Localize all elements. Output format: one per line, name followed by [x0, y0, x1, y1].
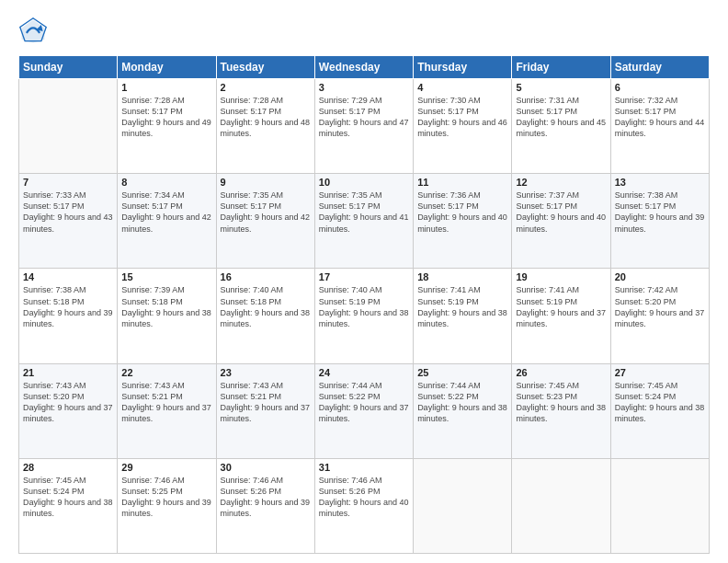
calendar-cell: 29Sunrise: 7:46 AM Sunset: 5:25 PM Dayli…	[118, 458, 216, 553]
day-info: Sunrise: 7:46 AM Sunset: 5:26 PM Dayligh…	[221, 475, 311, 520]
day-number: 9	[221, 177, 311, 188]
day-info: Sunrise: 7:44 AM Sunset: 5:22 PM Dayligh…	[417, 380, 507, 425]
day-number: 24	[319, 367, 409, 378]
day-info: Sunrise: 7:34 AM Sunset: 5:17 PM Dayligh…	[121, 190, 211, 235]
day-info: Sunrise: 7:37 AM Sunset: 5:17 PM Dayligh…	[516, 190, 606, 235]
week-row-5: 28Sunrise: 7:45 AM Sunset: 5:24 PM Dayli…	[19, 458, 710, 553]
day-number: 31	[319, 462, 409, 473]
calendar-cell: 14Sunrise: 7:38 AM Sunset: 5:18 PM Dayli…	[19, 269, 118, 363]
day-info: Sunrise: 7:44 AM Sunset: 5:22 PM Dayligh…	[319, 380, 409, 425]
day-info: Sunrise: 7:41 AM Sunset: 5:19 PM Dayligh…	[417, 284, 507, 329]
calendar-cell: 17Sunrise: 7:40 AM Sunset: 5:19 PM Dayli…	[314, 269, 413, 363]
day-info: Sunrise: 7:30 AM Sunset: 5:17 PM Dayligh…	[417, 95, 507, 140]
day-info: Sunrise: 7:43 AM Sunset: 5:21 PM Dayligh…	[121, 380, 211, 425]
calendar-cell: 6Sunrise: 7:32 AM Sunset: 5:17 PM Daylig…	[610, 79, 709, 174]
calendar-page: Sunday Monday Tuesday Wednesday Thursday…	[0, 0, 728, 563]
calendar-cell: 8Sunrise: 7:34 AM Sunset: 5:17 PM Daylig…	[118, 174, 216, 269]
header-monday: Monday	[118, 56, 216, 79]
day-info: Sunrise: 7:32 AM Sunset: 5:17 PM Dayligh…	[615, 95, 705, 140]
calendar-cell: 18Sunrise: 7:41 AM Sunset: 5:19 PM Dayli…	[414, 269, 512, 363]
week-row-1: 1Sunrise: 7:28 AM Sunset: 5:17 PM Daylig…	[19, 79, 710, 174]
calendar-cell: 12Sunrise: 7:37 AM Sunset: 5:17 PM Dayli…	[512, 174, 610, 269]
calendar-cell: 2Sunrise: 7:28 AM Sunset: 5:17 PM Daylig…	[216, 79, 314, 174]
header-friday: Friday	[512, 56, 610, 79]
day-number: 23	[221, 367, 311, 378]
calendar-cell: 21Sunrise: 7:43 AM Sunset: 5:20 PM Dayli…	[19, 363, 118, 458]
calendar-cell: 28Sunrise: 7:45 AM Sunset: 5:24 PM Dayli…	[19, 458, 118, 553]
calendar-cell: 4Sunrise: 7:30 AM Sunset: 5:17 PM Daylig…	[414, 79, 512, 174]
day-number: 16	[221, 271, 311, 282]
calendar-cell: 24Sunrise: 7:44 AM Sunset: 5:22 PM Dayli…	[314, 363, 413, 458]
calendar-cell: 15Sunrise: 7:39 AM Sunset: 5:18 PM Dayli…	[118, 269, 216, 363]
day-number: 19	[516, 271, 606, 282]
day-info: Sunrise: 7:45 AM Sunset: 5:24 PM Dayligh…	[23, 475, 113, 520]
day-info: Sunrise: 7:38 AM Sunset: 5:17 PM Dayligh…	[615, 190, 705, 235]
day-number: 12	[516, 177, 606, 188]
day-number: 5	[516, 82, 606, 93]
calendar-cell: 19Sunrise: 7:41 AM Sunset: 5:19 PM Dayli…	[512, 269, 610, 363]
day-number: 10	[319, 177, 409, 188]
logo	[18, 17, 51, 46]
header-saturday: Saturday	[610, 56, 709, 79]
day-number: 30	[221, 462, 311, 473]
header-thursday: Thursday	[414, 56, 512, 79]
calendar-cell: 1Sunrise: 7:28 AM Sunset: 5:17 PM Daylig…	[118, 79, 216, 174]
day-number: 8	[121, 177, 211, 188]
day-number: 15	[121, 271, 211, 282]
day-number: 25	[417, 367, 507, 378]
day-number: 2	[221, 82, 311, 93]
day-info: Sunrise: 7:46 AM Sunset: 5:25 PM Dayligh…	[121, 475, 211, 520]
day-number: 11	[417, 177, 507, 188]
calendar-cell: 23Sunrise: 7:43 AM Sunset: 5:21 PM Dayli…	[216, 363, 314, 458]
week-row-4: 21Sunrise: 7:43 AM Sunset: 5:20 PM Dayli…	[19, 363, 710, 458]
day-info: Sunrise: 7:41 AM Sunset: 5:19 PM Dayligh…	[516, 284, 606, 329]
day-number: 20	[615, 271, 705, 282]
calendar-cell: 22Sunrise: 7:43 AM Sunset: 5:21 PM Dayli…	[118, 363, 216, 458]
day-info: Sunrise: 7:46 AM Sunset: 5:26 PM Dayligh…	[319, 475, 409, 520]
logo-icon	[18, 17, 48, 46]
calendar-cell: 7Sunrise: 7:33 AM Sunset: 5:17 PM Daylig…	[19, 174, 118, 269]
calendar-cell	[512, 458, 610, 553]
day-number: 22	[121, 367, 211, 378]
calendar-cell: 11Sunrise: 7:36 AM Sunset: 5:17 PM Dayli…	[414, 174, 512, 269]
calendar-cell: 10Sunrise: 7:35 AM Sunset: 5:17 PM Dayli…	[314, 174, 413, 269]
calendar-cell: 9Sunrise: 7:35 AM Sunset: 5:17 PM Daylig…	[216, 174, 314, 269]
day-number: 21	[23, 367, 113, 378]
day-info: Sunrise: 7:45 AM Sunset: 5:23 PM Dayligh…	[516, 380, 606, 425]
day-info: Sunrise: 7:35 AM Sunset: 5:17 PM Dayligh…	[319, 190, 409, 235]
day-info: Sunrise: 7:28 AM Sunset: 5:17 PM Dayligh…	[121, 95, 211, 140]
calendar-cell	[414, 458, 512, 553]
day-number: 1	[121, 82, 211, 93]
day-info: Sunrise: 7:29 AM Sunset: 5:17 PM Dayligh…	[319, 95, 409, 140]
day-number: 3	[319, 82, 409, 93]
day-number: 13	[615, 177, 705, 188]
calendar-cell: 27Sunrise: 7:45 AM Sunset: 5:24 PM Dayli…	[610, 363, 709, 458]
day-number: 6	[615, 82, 705, 93]
day-info: Sunrise: 7:38 AM Sunset: 5:18 PM Dayligh…	[23, 284, 113, 329]
day-info: Sunrise: 7:39 AM Sunset: 5:18 PM Dayligh…	[121, 284, 211, 329]
day-number: 14	[23, 271, 113, 282]
day-info: Sunrise: 7:42 AM Sunset: 5:20 PM Dayligh…	[615, 284, 705, 329]
calendar-cell	[19, 79, 118, 174]
day-number: 7	[23, 177, 113, 188]
header-sunday: Sunday	[19, 56, 118, 79]
day-info: Sunrise: 7:36 AM Sunset: 5:17 PM Dayligh…	[417, 190, 507, 235]
day-info: Sunrise: 7:33 AM Sunset: 5:17 PM Dayligh…	[23, 190, 113, 235]
day-info: Sunrise: 7:40 AM Sunset: 5:18 PM Dayligh…	[221, 284, 311, 329]
day-number: 18	[417, 271, 507, 282]
week-row-3: 14Sunrise: 7:38 AM Sunset: 5:18 PM Dayli…	[19, 269, 710, 363]
day-number: 27	[615, 367, 705, 378]
day-number: 28	[23, 462, 113, 473]
day-number: 17	[319, 271, 409, 282]
day-number: 26	[516, 367, 606, 378]
weekday-header-row: Sunday Monday Tuesday Wednesday Thursday…	[19, 56, 710, 79]
calendar-cell: 31Sunrise: 7:46 AM Sunset: 5:26 PM Dayli…	[314, 458, 413, 553]
day-info: Sunrise: 7:43 AM Sunset: 5:20 PM Dayligh…	[23, 380, 113, 425]
calendar-cell: 3Sunrise: 7:29 AM Sunset: 5:17 PM Daylig…	[314, 79, 413, 174]
day-info: Sunrise: 7:35 AM Sunset: 5:17 PM Dayligh…	[221, 190, 311, 235]
day-info: Sunrise: 7:45 AM Sunset: 5:24 PM Dayligh…	[615, 380, 705, 425]
week-row-2: 7Sunrise: 7:33 AM Sunset: 5:17 PM Daylig…	[19, 174, 710, 269]
day-info: Sunrise: 7:31 AM Sunset: 5:17 PM Dayligh…	[516, 95, 606, 140]
calendar-cell: 26Sunrise: 7:45 AM Sunset: 5:23 PM Dayli…	[512, 363, 610, 458]
header-tuesday: Tuesday	[216, 56, 314, 79]
